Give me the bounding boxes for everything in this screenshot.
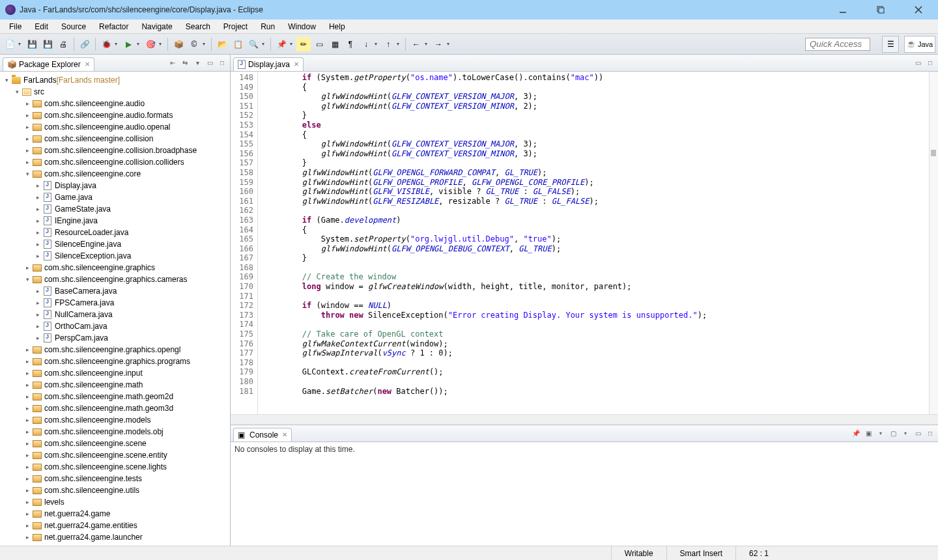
tree-row[interactable]: ▸com.shc.silenceengine.audio [0, 98, 230, 109]
code-line[interactable]: glfwWindowHint(GLFW_OPENGL_FORWARD_COMPA… [264, 168, 929, 178]
menu-project[interactable]: Project [217, 20, 254, 33]
package-explorer-tab[interactable]: 📦 Package Explorer ✕ [3, 57, 94, 71]
new-button[interactable]: 📄 [3, 37, 17, 51]
tree-row[interactable]: ▸com.shc.silenceengine.audio.openal [0, 121, 230, 133]
close-icon[interactable]: ✕ [282, 431, 287, 438]
code-line[interactable] [264, 263, 929, 273]
tree-row[interactable]: ▸net.guerra24.game.entities [0, 520, 230, 531]
code-line[interactable]: glfwWindowHint(GLFW_RESIZABLE, resizable… [264, 197, 929, 206]
code-line[interactable]: glfwWindowHint(GLFW_CONTEXT_VERSION_MAJO… [264, 139, 929, 149]
tree-row[interactable]: ▾com.shc.silenceengine.core [0, 168, 230, 180]
tree-row[interactable]: ▸com.shc.silenceengine.audio.formats [0, 109, 230, 121]
code-line[interactable] [264, 206, 929, 216]
code-line[interactable]: glfwWindowHint(GLFW_OPENGL_PROFILE, GLFW… [264, 178, 929, 188]
code-line[interactable]: GLContext.createFromCurrent(); [264, 367, 929, 377]
code-line[interactable]: else [264, 120, 929, 130]
menu-refactor[interactable]: Refactor [92, 20, 135, 33]
horizontal-scrollbar[interactable] [231, 414, 938, 425]
minimize-editor-button[interactable]: ▭ [913, 58, 923, 68]
highlight-button[interactable]: ✏ [296, 37, 311, 51]
code-line[interactable]: throw new SilenceException("Error creati… [264, 311, 929, 320]
code-line[interactable]: System.setProperty("org.lwjgl.util.Debug… [264, 234, 929, 244]
pin-console-button[interactable]: 📌 [851, 428, 861, 439]
code-line[interactable]: } [264, 111, 929, 120]
code-line[interactable]: glfwSwapInterval(vSync ? 1 : 0); [264, 348, 929, 358]
menu-source[interactable]: Source [55, 20, 92, 33]
close-icon[interactable]: ✕ [294, 61, 299, 68]
print-button[interactable]: 🖨 [56, 37, 70, 51]
open-task-button[interactable]: 📋 [231, 37, 245, 51]
menu-file[interactable]: File [3, 20, 28, 33]
code-line[interactable]: long window = glfwCreateWindow(width, he… [264, 282, 929, 292]
tree-row[interactable]: ▸GameState.java [0, 203, 230, 215]
code-line[interactable]: if (System.getProperty("os.name").toLowe… [264, 73, 929, 83]
mark-button[interactable]: 📌 [274, 37, 289, 51]
code-line[interactable]: // Take care of OpenGL context [264, 329, 929, 339]
menu-edit[interactable]: Edit [28, 20, 55, 33]
code-editor[interactable]: 1481491501511521531541551561571581591601… [231, 72, 938, 414]
code-line[interactable]: { [264, 83, 929, 92]
maximize-view-button[interactable]: □ [217, 58, 227, 68]
java-perspective-button[interactable]: ☕ Java [904, 36, 935, 53]
overview-ruler[interactable] [929, 72, 938, 414]
quick-access-input[interactable] [805, 38, 870, 51]
maximize-editor-button[interactable]: □ [925, 58, 935, 68]
tree-row[interactable]: ▸net.guerra24.game [0, 508, 230, 520]
tree-row[interactable]: ▸Display.java [0, 180, 230, 191]
open-console-button[interactable]: ▢ [888, 428, 898, 439]
tree-row[interactable]: ▾com.shc.silenceengine.graphics.cameras [0, 273, 230, 285]
tree-row[interactable]: ▸com.shc.silenceengine.graphics.opengl [0, 344, 230, 356]
code-line[interactable]: glfwWindowHint(GLFW_CONTEXT_VERSION_MINO… [264, 102, 929, 111]
code-line[interactable]: glfwWindowHint(GLFW_VISIBLE, visible ? G… [264, 187, 929, 197]
tree-row[interactable]: ▸com.shc.silenceengine.tests [0, 473, 230, 484]
close-icon[interactable]: ✕ [85, 61, 90, 68]
code-line[interactable]: if (Game.development) [264, 216, 929, 225]
code-line[interactable]: glfwMakeContextCurrent(window); [264, 339, 929, 349]
tree-row[interactable]: ▸ResourceLoader.java [0, 227, 230, 238]
toggle-breadcrumb-button[interactable]: ▭ [312, 37, 326, 51]
tree-row[interactable]: ▸com.shc.silenceengine.input [0, 367, 230, 379]
code-line[interactable] [264, 377, 929, 387]
code-line[interactable]: // Create the window [264, 272, 929, 282]
tree-row[interactable]: ▾FarLands [FarLands master] [0, 74, 230, 86]
close-button[interactable] [904, 1, 933, 19]
tree-row[interactable]: ▸PerspCam.java [0, 332, 230, 344]
display-console-button[interactable]: ▣ [863, 428, 874, 439]
code-line[interactable]: } [264, 158, 929, 168]
link-editor-button[interactable]: ⇆ [180, 58, 190, 68]
link-button[interactable]: 🔗 [78, 37, 92, 51]
minimize-button[interactable] [829, 1, 857, 19]
new-package-button[interactable]: 📦 [171, 37, 186, 51]
back-button[interactable]: ← [409, 37, 423, 51]
tree-row[interactable]: ▸com.shc.silenceengine.scene.lights [0, 461, 230, 473]
next-annotation-button[interactable]: ↓ [359, 37, 373, 51]
tree-row[interactable]: ▸com.shc.silenceengine.scene.entity [0, 449, 230, 461]
search-button[interactable]: 🔍 [246, 37, 261, 51]
menu-search[interactable]: Search [179, 20, 217, 33]
code-line[interactable]: Game.setBatcher(new Batcher()); [264, 387, 929, 397]
tree-row[interactable]: ▸com.shc.silenceengine.math [0, 379, 230, 391]
tree-row[interactable]: ▸com.shc.silenceengine.scene [0, 438, 230, 449]
tree-row[interactable]: ▸levels [0, 496, 230, 508]
minimize-console-button[interactable]: ▭ [913, 428, 923, 439]
code-line[interactable] [264, 320, 929, 329]
view-menu-button[interactable]: ▾ [192, 58, 203, 68]
tree-row[interactable]: ▸BaseCamera.java [0, 285, 230, 297]
open-perspective-button[interactable]: ☰ [882, 36, 899, 53]
tree-row[interactable]: ▸com.shc.silenceengine.graphics [0, 262, 230, 273]
tree-row[interactable]: ▸com.shc.silenceengine.math.geom2d [0, 391, 230, 402]
tree-row[interactable]: ▾src [0, 86, 230, 98]
menu-window[interactable]: Window [281, 20, 322, 33]
save-all-button[interactable]: 💾 [40, 37, 55, 51]
maximize-console-button[interactable]: □ [925, 428, 935, 439]
collapse-all-button[interactable]: ⇤ [167, 58, 178, 68]
code-line[interactable]: } [264, 253, 929, 263]
tree-row[interactable]: ▸com.shc.silenceengine.graphics.programs [0, 356, 230, 367]
tree-row[interactable]: ▸NullCamera.java [0, 309, 230, 320]
tree-row[interactable]: ▸OrthoCam.java [0, 320, 230, 332]
code-line[interactable]: { [264, 130, 929, 140]
tree-row[interactable]: ▸com.shc.silenceengine.utils [0, 484, 230, 496]
menu-navigate[interactable]: Navigate [135, 20, 178, 33]
forward-button[interactable]: → [431, 37, 446, 51]
console-tab[interactable]: ▣ Console ✕ [233, 428, 292, 441]
